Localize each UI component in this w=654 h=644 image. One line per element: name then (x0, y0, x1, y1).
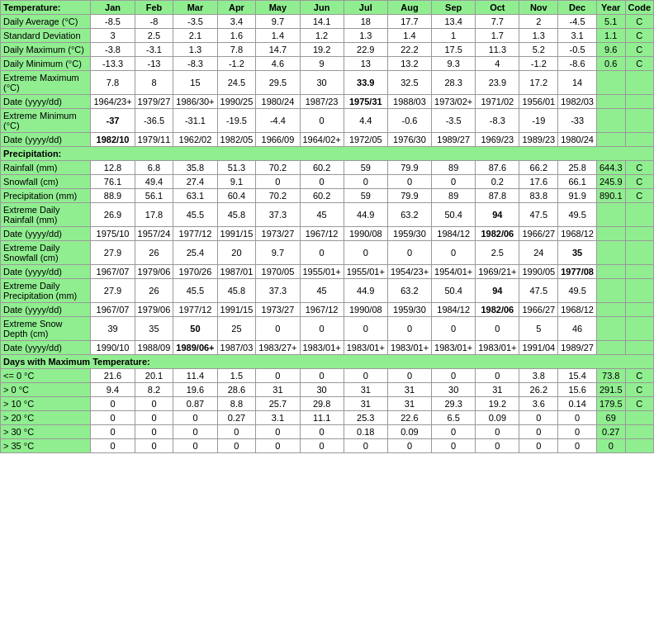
cell-value: 0 (596, 439, 625, 453)
cell-value: 0 (173, 439, 217, 453)
cell-value: 63.1 (173, 189, 217, 203)
cell-value (596, 133, 625, 147)
cell-value: 45 (300, 203, 344, 227)
column-header-apr: Apr (217, 1, 256, 15)
cell-value: 2.5 (476, 241, 519, 265)
cell-value: 1.6 (217, 29, 256, 43)
cell-value: 28.6 (217, 383, 256, 397)
table-row: Days with Maximum Temperature: (1, 355, 654, 369)
cell-value (625, 109, 654, 133)
cell-value: 9.3 (432, 57, 476, 71)
cell-value: 0 (300, 109, 344, 133)
cell-value: 0 (91, 439, 135, 453)
cell-value: 94 (476, 279, 519, 303)
cell-value: 0 (135, 425, 173, 439)
cell-value: 1955/01+ (300, 265, 344, 279)
cell-value (625, 227, 654, 241)
row-label: > 35 °C (1, 439, 91, 453)
cell-value: 49.4 (135, 175, 173, 189)
row-label: Date (yyyy/dd) (1, 227, 91, 241)
cell-value (625, 439, 654, 453)
cell-value: 0.14 (558, 397, 597, 411)
column-header-feb: Feb (135, 1, 173, 15)
cell-value: 1979/27 (135, 95, 173, 109)
cell-value: 15.4 (558, 369, 597, 383)
cell-value: 22.6 (387, 411, 431, 425)
column-header-oct: Oct (476, 1, 519, 15)
cell-value: 66.1 (558, 175, 597, 189)
row-label: Extreme Daily Snowfall (cm) (1, 241, 91, 265)
cell-value: 20.1 (135, 369, 173, 383)
cell-value: 29.3 (432, 397, 476, 411)
cell-value: 56.1 (135, 189, 173, 203)
cell-value: C (625, 161, 654, 175)
cell-value: 7.8 (91, 71, 135, 95)
cell-value: 4.6 (256, 57, 300, 71)
cell-value: 9.4 (91, 383, 135, 397)
row-label: Daily Average (°C) (1, 15, 91, 29)
cell-value: 45.5 (173, 279, 217, 303)
cell-value: 1988/09 (135, 341, 173, 355)
cell-value: -8.3 (476, 109, 519, 133)
cell-value: 1977/12 (173, 303, 217, 317)
cell-value (596, 227, 625, 241)
cell-value (625, 133, 654, 147)
cell-value: 1983/27+ (256, 341, 300, 355)
cell-value: 1973/02+ (432, 95, 476, 109)
cell-value: 13.4 (432, 15, 476, 29)
cell-value: -4.5 (558, 15, 597, 29)
row-label: Extreme Maximum (°C) (1, 71, 91, 95)
cell-value: 0 (387, 175, 431, 189)
row-label: Date (yyyy/dd) (1, 133, 91, 147)
cell-value: 3.6 (519, 397, 558, 411)
cell-value: 20 (217, 241, 256, 265)
cell-value: 1991/15 (217, 227, 256, 241)
row-label: Date (yyyy/dd) (1, 95, 91, 109)
cell-value: 30 (432, 383, 476, 397)
cell-value: 9.1 (217, 175, 256, 189)
section-header: Precipitation: (1, 147, 654, 161)
cell-value: 1967/07 (91, 303, 135, 317)
cell-value: 24 (519, 241, 558, 265)
cell-value: 1989/23 (519, 133, 558, 147)
cell-value: 45 (300, 279, 344, 303)
cell-value: 21.6 (91, 369, 135, 383)
cell-value: 1957/24 (135, 227, 173, 241)
column-header-jun: Jun (300, 1, 344, 15)
cell-value: 1.3 (344, 29, 387, 43)
cell-value: -3.5 (173, 15, 217, 29)
row-label: Date (yyyy/dd) (1, 341, 91, 355)
cell-value: 30 (300, 71, 344, 95)
cell-value: 1990/08 (344, 303, 387, 317)
cell-value: C (625, 189, 654, 203)
table-row: Extreme Maximum (°C)7.881524.529.53033.9… (1, 71, 654, 95)
row-label: Extreme Minimum (°C) (1, 109, 91, 133)
cell-value: 0 (387, 369, 431, 383)
cell-value: 1970/05 (256, 265, 300, 279)
row-label: Extreme Snow Depth (cm) (1, 317, 91, 341)
cell-value: 1989/27 (432, 133, 476, 147)
row-label: > 20 °C (1, 411, 91, 425)
cell-value: C (625, 397, 654, 411)
cell-value: 25.4 (173, 241, 217, 265)
column-header-jul: Jul (344, 1, 387, 15)
cell-value: 17.6 (519, 175, 558, 189)
cell-value: C (625, 29, 654, 43)
cell-value: 31 (344, 397, 387, 411)
cell-value: 2 (519, 15, 558, 29)
cell-value: 1969/21+ (476, 265, 519, 279)
cell-value: -8.6 (558, 57, 597, 71)
column-header-may: May (256, 1, 300, 15)
cell-value: 4 (476, 57, 519, 71)
cell-value: 47.5 (519, 279, 558, 303)
cell-value: 1973/27 (256, 303, 300, 317)
cell-value: 1990/25 (217, 95, 256, 109)
table-row: Daily Maximum (°C)-3.8-3.11.37.814.719.2… (1, 43, 654, 57)
cell-value (625, 425, 654, 439)
cell-value: 29.5 (256, 71, 300, 95)
cell-value: 9.6 (596, 43, 625, 57)
cell-value: 1987/01 (217, 265, 256, 279)
cell-value: 37.3 (256, 279, 300, 303)
cell-value: 1 (432, 29, 476, 43)
cell-value: 19.2 (476, 397, 519, 411)
